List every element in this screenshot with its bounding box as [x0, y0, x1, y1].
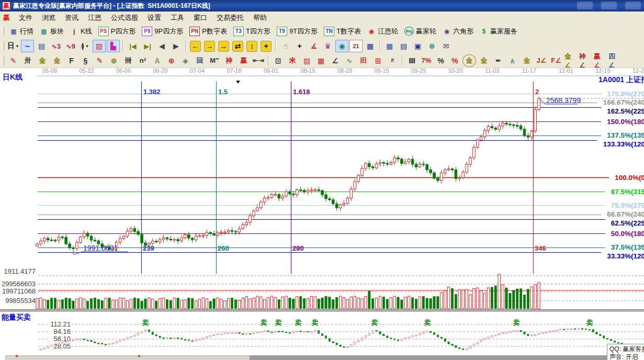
grid-small-icon[interactable]: 卌	[121, 54, 135, 67]
red-pattern-icon[interactable]: ▨	[93, 40, 106, 52]
grid-red-2-icon[interactable]: ⊞	[371, 54, 385, 67]
box-connector-icon[interactable]: ⊡	[272, 54, 285, 67]
gold-grid-1-icon[interactable]: 金	[36, 54, 49, 67]
bars-tool-icon[interactable]: Ⅲ	[405, 54, 419, 67]
minimize-button[interactable]	[577, 2, 593, 9]
info-doc-icon[interactable]: ▤	[35, 40, 48, 52]
j-angle-icon[interactable]: J∠	[535, 54, 548, 67]
pan-left-icon[interactable]: ←	[190, 41, 201, 52]
circle-grid-icon[interactable]: ⊕	[107, 54, 120, 67]
menu-item-7[interactable]: 窗口	[189, 12, 212, 24]
notepad-icon[interactable]: ▤	[397, 40, 410, 52]
step-back-icon[interactable]: ◀	[155, 40, 168, 52]
n-square-icon[interactable]: n²	[136, 54, 150, 67]
kline-button[interactable]: ɉK线	[67, 25, 95, 38]
9t-square-button[interactable]: T99T四方形	[274, 25, 321, 38]
angle-lines-icon[interactable]: ∠	[329, 54, 342, 67]
main-chart-pane[interactable]: 2568.37991991.0601	[36, 96, 644, 255]
wave-9-icon[interactable]: ∿9	[64, 40, 77, 52]
menu-item-4[interactable]: 公式选股	[106, 12, 143, 24]
indicator-pane[interactable]: 能量买卖112.2184.1656.1028.05卖卖卖卖卖卖卖卖卖	[2, 313, 644, 351]
f-angle-icon[interactable]: F∠	[549, 54, 563, 67]
shen-angle-icon[interactable]: 神∠	[579, 54, 592, 67]
crosshair-icon[interactable]: +	[293, 40, 306, 52]
save-icon[interactable]: ▣	[411, 40, 424, 52]
pct-levels-icon[interactable]: %	[448, 54, 461, 67]
color-histogram-icon[interactable]: ▙	[107, 40, 120, 52]
ying-grid-icon[interactable]: 赢	[237, 54, 251, 67]
bottom-scrollbar[interactable]	[0, 354, 644, 360]
calculator-icon[interactable]: ▦	[364, 40, 377, 52]
ink-brush-icon[interactable]: ✒	[492, 54, 505, 67]
f-grid-icon[interactable]: F	[65, 54, 78, 67]
t-square-button[interactable]: T3T四方形	[230, 25, 274, 38]
spiral-icon[interactable]: §	[79, 54, 92, 67]
box-red-icon[interactable]: ▨	[300, 54, 313, 67]
wave-gray-icon[interactable]: ∧	[506, 54, 519, 67]
star-grid-icon[interactable]: ◈	[179, 54, 192, 67]
toolbar-grip[interactable]	[2, 56, 4, 65]
wave-w-icon[interactable]: ∿	[343, 54, 356, 67]
scrollbar-track-left[interactable]	[5, 355, 251, 360]
gold-angle-icon[interactable]: 金∠	[564, 54, 578, 67]
9p-square-button[interactable]: P99P四方形	[139, 25, 186, 38]
quotes-button[interactable]: ▦行情	[6, 25, 37, 38]
toolbar-grip[interactable]	[2, 41, 4, 51]
step-forward-icon[interactable]: ▶	[170, 40, 183, 52]
p-table-button[interactable]: PNP数字表	[186, 25, 230, 38]
gold-circle-icon[interactable]: 金	[462, 54, 476, 67]
target-red-icon[interactable]: ⊕	[165, 54, 178, 67]
print-icon[interactable]: ✉	[439, 40, 453, 52]
sectors-button[interactable]: ▩板块	[37, 25, 67, 38]
p-square-button[interactable]: PSP四方形	[95, 25, 139, 38]
calculator-2-icon[interactable]: ▦	[383, 40, 396, 52]
grid-lines-icon[interactable]: 卅	[21, 54, 35, 67]
candle-tool-icon[interactable]: ≬▼	[78, 40, 92, 52]
menu-item-9[interactable]: 帮助	[248, 12, 272, 24]
menu-item-0[interactable]: 文件	[14, 12, 37, 24]
winner-wheel-button[interactable]: Big赢家轮	[401, 25, 439, 38]
zoom-h-icon[interactable]: ↔	[218, 41, 229, 52]
ray-fan-icon[interactable]: 米	[286, 54, 299, 67]
t-table-button[interactable]: TNT数字表	[321, 25, 364, 38]
brush-2-icon[interactable]: ✎	[93, 54, 106, 67]
grid-red-icon[interactable]: 田	[357, 54, 370, 67]
draw-brush-icon[interactable]: ✎	[7, 54, 20, 67]
menu-item-8[interactable]: 交易委托	[212, 12, 248, 24]
stamp-tool-icon[interactable]: ♛	[321, 40, 334, 52]
box-red-2-icon[interactable]: ▩	[314, 54, 327, 67]
skip-start-icon[interactable]: |◀	[126, 40, 140, 52]
smart-tool-icon[interactable]: ◉	[335, 40, 348, 52]
four-angle-icon[interactable]: 四∠	[608, 54, 622, 67]
angle-measure-icon[interactable]: ∡	[307, 40, 320, 52]
pct-icon[interactable]: %	[434, 54, 447, 67]
wave-pattern-icon[interactable]: ∼	[21, 40, 34, 52]
skip-end-icon[interactable]: ▶|	[141, 40, 154, 52]
compress-icon[interactable]: ⇄	[232, 41, 243, 52]
menu-item-3[interactable]: 江恩	[83, 12, 106, 24]
zoom-v-icon[interactable]: ↕	[246, 41, 257, 52]
pct-7-icon[interactable]: 7%	[420, 54, 433, 67]
ruler-123-icon[interactable]: ⇤⇥	[252, 54, 265, 67]
close-button[interactable]	[625, 2, 641, 9]
hand-tool-icon[interactable]: ☝	[279, 40, 292, 52]
m-mark-icon[interactable]: M”	[208, 54, 221, 67]
scrollbar-track-right[interactable]	[250, 355, 644, 360]
ying-angle-icon[interactable]: 赢∠	[593, 54, 607, 67]
menu-item-5[interactable]: 设置	[143, 12, 166, 24]
maximize-button[interactable]	[601, 2, 617, 9]
volume-pane[interactable]: 29956660319971106899855534	[2, 274, 644, 309]
menu-item-6[interactable]: 工具	[166, 12, 189, 24]
gann-wheel-button[interactable]: ◉江恩轮	[364, 25, 401, 38]
menu-item-1[interactable]: 浏览	[37, 12, 60, 24]
web-grid-icon[interactable]: 回	[193, 54, 207, 67]
chart-type-day-icon[interactable]: 日▼	[7, 40, 20, 52]
fib-a-icon[interactable]: A	[151, 54, 164, 67]
hexagon-button[interactable]: ◉六角形	[439, 25, 477, 38]
menu-item-2[interactable]: 资讯	[60, 12, 83, 24]
toolbar-grip[interactable]	[2, 27, 4, 36]
calendar-icon[interactable]: 21	[349, 40, 363, 52]
gold-grid-2-icon[interactable]: 金	[50, 54, 64, 67]
winner-service-button[interactable]: $赢家服务	[477, 25, 521, 38]
diag-lines-icon[interactable]: 〃	[386, 54, 399, 67]
